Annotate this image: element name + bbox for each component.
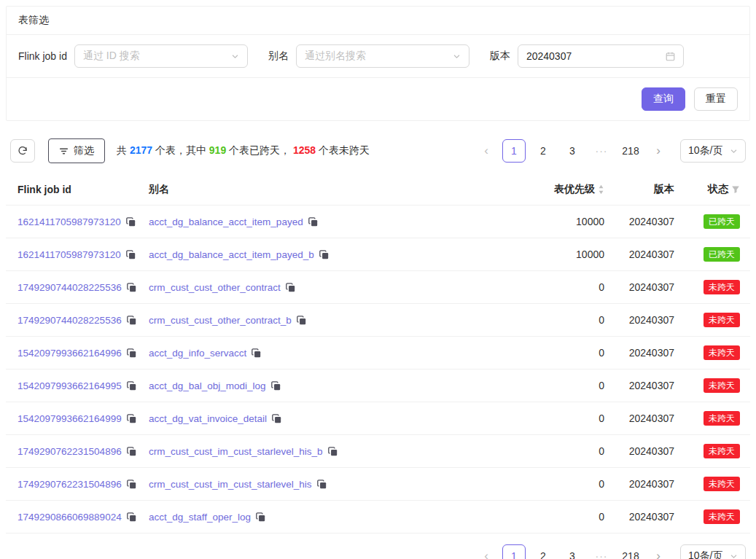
jobid-cell: 1542097993662164999 [6,413,149,424]
pagination-next-icon[interactable]: › [648,544,669,559]
table-row: 1621411705987973120 acct_dg_balance_acct… [6,238,750,271]
job-id-link[interactable]: 1621411705987973120 [17,216,121,227]
job-id-link[interactable]: 1621411705987973120 [17,249,121,260]
version-cell: 20240307 [604,216,674,227]
copy-icon[interactable] [127,480,136,489]
alias-link[interactable]: acct_dg_staff_oper_log [149,512,251,523]
copy-icon[interactable] [319,250,329,259]
version-cell: 20240307 [604,478,674,490]
status-badge: 未跨天 [704,444,740,458]
table-row: 1749290866069889024 acct_dg_staff_oper_l… [6,501,750,533]
alias-link[interactable]: crm_cust_cust_im_cust_starlevel_his [149,479,312,490]
copy-icon[interactable] [127,447,136,456]
copy-icon[interactable] [286,283,295,292]
pagination-page-1[interactable]: 1 [502,139,526,163]
priority-cell: 10000 [513,249,604,260]
status-cell: 已跨天 [674,247,750,262]
alias-select[interactable]: 通过别名搜索 [296,44,469,68]
filter-toggle-label: 筛选 [74,144,94,157]
status-cell: 未跨天 [674,509,750,524]
copy-icon[interactable] [127,512,136,522]
col-header-status[interactable]: 状态 [674,183,750,196]
job-id-link[interactable]: 1749290866069889024 [17,512,122,523]
copy-icon[interactable] [127,381,136,391]
copy-icon[interactable] [317,480,327,489]
copy-icon[interactable] [126,217,136,227]
job-id-link[interactable]: 1749290744028225536 [17,315,122,326]
table-summary: 共 2177 个表，其中 919 个表已跨天， 1258 个表未跨天 [117,144,370,157]
table-row: 1749290762231504896 crm_cust_cust_im_cus… [6,435,750,468]
col-header-priority[interactable]: 表优先级 [513,183,604,196]
alias-cell: crm_cust_cust_other_contract [149,282,513,293]
pagination-prev-icon[interactable]: ‹ [476,139,496,163]
crossed-count: 919 [209,144,226,156]
refresh-button[interactable] [10,139,35,163]
priority-cell: 0 [513,511,604,523]
pagination-next-icon[interactable]: › [648,139,669,163]
copy-icon[interactable] [308,217,318,227]
search-button[interactable]: 查询 [642,87,685,111]
copy-icon[interactable] [328,447,338,456]
version-date-input[interactable]: 20240307 [518,44,684,68]
alias-link[interactable]: acct_dg_bal_obj_modi_log [149,380,266,391]
page-size-select[interactable]: 10条/页 [680,139,746,163]
status-cell: 未跨天 [674,280,750,294]
priority-cell: 0 [513,314,604,326]
alias-link[interactable]: acct_dg_vat_invoice_detail [149,413,267,424]
alias-cell: acct_dg_bal_obj_modi_log [149,380,513,391]
copy-icon[interactable] [127,316,136,325]
filter-funnel-icon[interactable] [731,185,740,194]
jobid-select[interactable]: 通过 ID 搜索 [74,44,248,68]
pagination-page-218[interactable]: 218 [619,544,642,559]
job-id-link[interactable]: 1542097993662164996 [17,348,122,359]
job-id-link[interactable]: 1542097993662164999 [17,413,122,424]
page-size-select[interactable]: 10条/页 [680,544,746,559]
job-id-link[interactable]: 1542097993662164995 [17,380,122,391]
copy-icon[interactable] [127,348,136,358]
alias-link[interactable]: crm_cust_cust_im_cust_starlevel_his_b [149,446,323,457]
alias-link[interactable]: acct_dg_balance_acct_item_payed_b [149,249,314,260]
col-header-alias: 别名 [149,183,513,196]
pagination-page-3[interactable]: 3 [561,544,584,559]
job-id-link[interactable]: 1749290762231504896 [17,446,122,457]
pagination-page-2[interactable]: 2 [531,544,555,559]
filter-panel: 表筛选 Flink job id 通过 ID 搜索 别名 通过别名搜索 [6,6,750,121]
job-id-link[interactable]: 1749290744028225536 [17,282,122,293]
job-id-link[interactable]: 1749290762231504896 [17,479,122,490]
alias-cell: acct_dg_balance_acct_item_payed [149,216,513,227]
copy-icon[interactable] [127,414,136,423]
alias-link[interactable]: crm_cust_cust_other_contract [149,282,281,293]
alias-cell: acct_dg_vat_invoice_detail [149,413,513,424]
pagination-page-218[interactable]: 218 [619,139,642,163]
reset-button[interactable]: 重置 [694,87,738,111]
copy-icon[interactable] [271,381,281,391]
pagination-page-2[interactable]: 2 [531,139,555,163]
filter-toggle-button[interactable]: 筛选 [48,138,105,163]
copy-icon[interactable] [297,316,306,325]
copy-icon[interactable] [127,283,136,292]
pagination-page-3[interactable]: 3 [561,139,584,163]
sort-icon[interactable] [598,184,604,195]
chevron-down-icon [730,552,738,559]
results-table: Flink job id 别名 表优先级 版本 状态 [6,173,750,533]
alias-link[interactable]: crm_cust_cust_other_contract_b [149,315,292,326]
total-count: 2177 [130,144,152,156]
pagination-page-1[interactable]: 1 [502,544,526,559]
copy-icon[interactable] [252,348,261,358]
chevron-down-icon [453,52,461,60]
copy-icon[interactable] [126,250,136,259]
table-row: 1542097993662164996 acct_dg_info_servacc… [6,337,750,370]
pagination: ‹ 123···218 › 10条/页 [476,139,746,163]
alias-link[interactable]: acct_dg_balance_acct_item_payed [149,216,303,227]
table-row: 1542097993662164995 acct_dg_bal_obj_modi… [6,370,750,402]
copy-icon[interactable] [256,512,265,522]
jobid-cell: 1749290866069889024 [6,512,149,523]
status-cell: 未跨天 [674,378,750,393]
pagination-prev-icon[interactable]: ‹ [476,544,496,559]
col-header-version: 版本 [604,183,674,196]
copy-icon[interactable] [272,414,281,423]
priority-cell: 0 [513,347,604,359]
alias-link[interactable]: acct_dg_info_servacct [149,348,246,359]
status-badge: 未跨天 [704,411,740,426]
priority-cell: 0 [513,478,604,490]
